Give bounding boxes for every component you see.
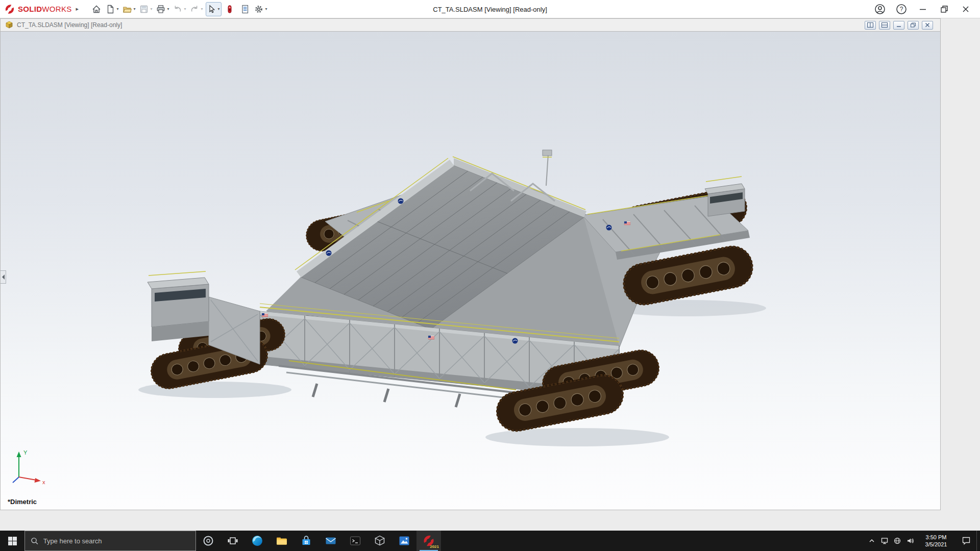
triad-y-label: Y bbox=[23, 449, 28, 456]
assembly-document-icon bbox=[5, 20, 14, 30]
doc-restore-icon bbox=[910, 22, 916, 28]
model-right-cab bbox=[705, 177, 745, 216]
select-tool-caret-icon[interactable]: ▾ bbox=[216, 7, 221, 11]
show-desktop-button[interactable] bbox=[976, 531, 980, 551]
network-globe-icon bbox=[893, 537, 901, 545]
cortana-icon bbox=[202, 535, 214, 547]
action-center-button[interactable] bbox=[956, 531, 976, 551]
new-document-button[interactable]: ▾ bbox=[105, 2, 120, 16]
clock-date: 3/5/2021 bbox=[918, 541, 954, 548]
print-icon bbox=[156, 4, 166, 14]
volume-icon bbox=[906, 537, 914, 545]
undo-caret-icon[interactable]: ▾ bbox=[183, 7, 187, 11]
minimize-button[interactable] bbox=[913, 1, 933, 18]
taskbar-clock[interactable]: 3:50 PM 3/5/2021 bbox=[916, 534, 956, 548]
windows-taskbar: 2021 3:50 PM 3/5/2021 bbox=[0, 531, 980, 551]
tray-network-button[interactable] bbox=[891, 531, 903, 551]
windows-logo-icon bbox=[8, 537, 17, 545]
chevron-up-icon bbox=[868, 537, 876, 545]
taskbar-search-box[interactable] bbox=[24, 531, 196, 551]
edge-browser-button[interactable] bbox=[245, 531, 270, 551]
redo-caret-icon[interactable]: ▾ bbox=[200, 7, 204, 11]
document-titlebar: CT_TA.SLDASM [Viewing] [Read-only] bbox=[0, 18, 941, 32]
menu-flyout-arrow-icon[interactable]: ▸ bbox=[76, 6, 79, 12]
restore-button[interactable] bbox=[934, 1, 954, 18]
doc-minimize-icon bbox=[896, 22, 902, 28]
task-view-icon bbox=[227, 535, 239, 547]
select-tool-button[interactable]: ▾ bbox=[206, 2, 222, 16]
doc-close-icon bbox=[924, 22, 930, 28]
terminal-app-button[interactable] bbox=[343, 531, 368, 551]
cube-viewer-app-button[interactable] bbox=[368, 531, 392, 551]
edge-icon bbox=[251, 534, 264, 547]
document-title: CT_TA.SLDASM [Viewing] [Read-only] bbox=[17, 21, 122, 29]
tray-hardware-button[interactable] bbox=[878, 531, 891, 551]
app-titlebar: SOLIDWORKS ▸ ▾ ▾ ▾ ▾ ▾ ▾ ▾ ▾ CT_TA.SLD bbox=[0, 0, 980, 18]
svg-text:?: ? bbox=[900, 6, 903, 13]
save-caret-icon[interactable]: ▾ bbox=[149, 7, 154, 11]
home-button[interactable] bbox=[89, 2, 104, 16]
task-view-button[interactable] bbox=[220, 531, 245, 551]
crawler-transporter-model[interactable] bbox=[1, 32, 941, 510]
undo-icon bbox=[173, 4, 183, 14]
clock-time: 3:50 PM bbox=[918, 534, 954, 541]
doc-tile-horizontal-button[interactable] bbox=[879, 21, 890, 30]
file-properties-button[interactable] bbox=[238, 2, 252, 16]
orientation-triad: Y x bbox=[8, 447, 52, 490]
print-button[interactable]: ▾ bbox=[155, 2, 171, 16]
doc-tile-vertical-button[interactable] bbox=[865, 21, 876, 30]
file-explorer-icon bbox=[275, 534, 288, 547]
terminal-icon bbox=[349, 534, 362, 547]
open-caret-icon[interactable]: ▾ bbox=[132, 7, 137, 11]
file-properties-icon bbox=[240, 4, 250, 14]
rebuild-button[interactable] bbox=[223, 2, 237, 16]
brand-name: SOLIDWORKS bbox=[18, 5, 72, 13]
action-center-icon bbox=[962, 536, 971, 545]
window-controls: ? bbox=[870, 1, 976, 18]
file-explorer-button[interactable] bbox=[270, 531, 294, 551]
open-button[interactable]: ▾ bbox=[121, 2, 137, 16]
doc-restore-button[interactable] bbox=[908, 21, 919, 30]
graphics-viewport[interactable]: Y x *Dimetric bbox=[0, 32, 941, 510]
restore-icon bbox=[939, 4, 949, 14]
minimize-icon bbox=[918, 4, 928, 14]
options-button[interactable]: ▾ bbox=[253, 2, 269, 16]
tray-overflow-button[interactable] bbox=[865, 531, 878, 551]
home-icon bbox=[91, 4, 102, 14]
store-button[interactable] bbox=[294, 531, 318, 551]
tile-vertical-icon bbox=[867, 22, 873, 28]
solidworks-logo: SOLIDWORKS bbox=[4, 4, 72, 15]
cortana-button[interactable] bbox=[196, 531, 220, 551]
search-input[interactable] bbox=[43, 537, 190, 545]
print-caret-icon[interactable]: ▾ bbox=[166, 7, 170, 11]
save-button[interactable]: ▾ bbox=[138, 2, 154, 16]
view-orientation-label: *Dimetric bbox=[8, 498, 37, 506]
gear-icon bbox=[254, 4, 264, 14]
new-document-icon bbox=[105, 4, 115, 14]
tray-volume-button[interactable] bbox=[903, 531, 916, 551]
options-caret-icon[interactable]: ▾ bbox=[264, 7, 268, 11]
help-icon: ? bbox=[896, 4, 907, 15]
photos-icon bbox=[398, 534, 411, 547]
account-button[interactable] bbox=[870, 1, 890, 18]
monitor-icon bbox=[880, 537, 889, 545]
redo-button[interactable]: ▾ bbox=[189, 2, 205, 16]
mail-button[interactable] bbox=[318, 531, 343, 551]
start-button[interactable] bbox=[0, 531, 24, 551]
account-icon bbox=[874, 4, 886, 15]
doc-minimize-button[interactable] bbox=[893, 21, 904, 30]
store-icon bbox=[300, 534, 313, 547]
new-document-caret-icon[interactable]: ▾ bbox=[115, 7, 120, 11]
search-icon bbox=[31, 537, 39, 545]
photos-app-button[interactable] bbox=[392, 531, 416, 551]
solidworks-app-button[interactable]: 2021 bbox=[416, 531, 441, 551]
select-cursor-icon bbox=[206, 4, 216, 14]
doc-close-button[interactable] bbox=[922, 21, 933, 30]
help-button[interactable]: ? bbox=[891, 1, 912, 18]
feature-tree-collapse-tab[interactable] bbox=[1, 270, 6, 284]
undo-button[interactable]: ▾ bbox=[172, 2, 188, 16]
open-folder-icon bbox=[122, 4, 132, 14]
save-icon bbox=[139, 4, 149, 14]
close-button[interactable] bbox=[955, 1, 976, 18]
document-window-controls bbox=[865, 21, 933, 30]
